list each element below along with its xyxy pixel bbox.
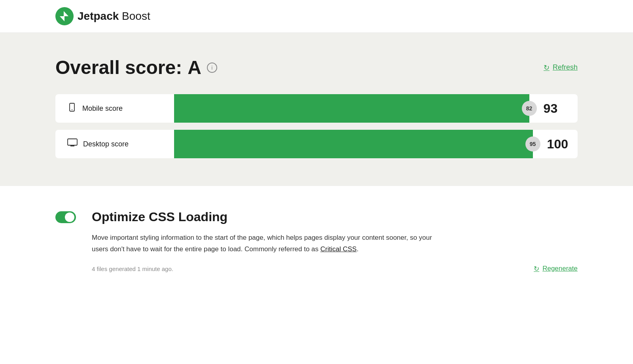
info-icon[interactable]: i [207, 63, 217, 73]
desktop-icon [67, 138, 78, 150]
desktop-score-row: Desktop score 95 100 [55, 130, 578, 158]
refresh-label: Refresh [553, 63, 578, 72]
content-section: Optimize CSS Loading Move important styl… [0, 186, 633, 297]
mobile-icon [67, 102, 77, 114]
score-grade: A [188, 57, 201, 78]
desktop-bar-fill: 95 [174, 130, 533, 158]
critical-css-link[interactable]: Critical CSS [320, 245, 357, 253]
score-bars: Mobile score 82 93 Desktop score [55, 94, 578, 158]
desktop-label-text: Desktop score [83, 140, 129, 148]
svg-rect-3 [68, 139, 77, 145]
logo-text: Jetpack Boost [78, 10, 150, 23]
regenerate-label: Regenerate [542, 265, 578, 273]
score-section: Overall score: A i ↻ Refresh Mobile scor… [0, 33, 633, 186]
css-loading-footer: 4 files generated 1 minute ago. ↻ Regene… [92, 265, 578, 273]
header: Jetpack Boost [0, 0, 633, 33]
css-loading-feature-row: Optimize CSS Loading Move important styl… [55, 210, 578, 273]
refresh-icon: ↻ [544, 63, 550, 72]
mobile-score-label: Mobile score [55, 102, 174, 114]
logo: Jetpack Boost [55, 7, 150, 25]
score-header: Overall score: A i ↻ Refresh [55, 57, 578, 78]
css-loading-title: Optimize CSS Loading [92, 210, 578, 224]
mobile-bar-container: 82 93 [174, 94, 578, 123]
css-loading-toggle[interactable] [55, 211, 76, 223]
refresh-button[interactable]: ↻ Refresh [544, 63, 578, 72]
mobile-prev-score: 82 [522, 101, 537, 116]
mobile-bar-fill: 82 [174, 94, 529, 123]
css-loading-content: Optimize CSS Loading Move important styl… [92, 210, 578, 273]
css-status-text: 4 files generated 1 minute ago. [92, 265, 173, 272]
desktop-bar-container: 95 100 [174, 130, 578, 158]
css-loading-description: Move important styling information to th… [92, 232, 448, 255]
regenerate-icon: ↻ [534, 265, 539, 273]
jetpack-logo-icon [55, 7, 74, 25]
overall-score-title: Overall score: A i [55, 57, 217, 78]
svg-point-2 [72, 109, 72, 110]
mobile-label-text: Mobile score [82, 104, 123, 113]
css-description-text: Move important styling information to th… [92, 234, 432, 253]
mobile-score-row: Mobile score 82 93 [55, 94, 578, 123]
css-description-end: . [356, 245, 358, 253]
css-toggle-area[interactable] [55, 210, 76, 223]
desktop-score-label: Desktop score [55, 138, 174, 150]
regenerate-button[interactable]: ↻ Regenerate [534, 265, 578, 273]
score-title-text: Overall score: [55, 57, 182, 78]
desktop-prev-score: 95 [525, 136, 540, 152]
